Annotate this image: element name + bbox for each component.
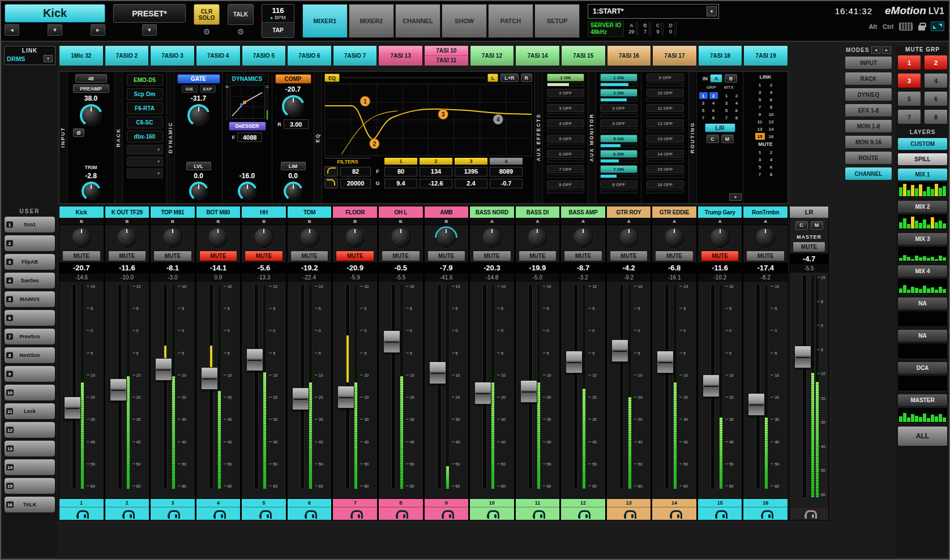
pan-knob[interactable] [711,228,730,247]
grp-assign-6[interactable]: 6 [709,107,718,114]
user-key-12[interactable]: 12 [4,421,55,438]
pan-knob[interactable] [72,228,91,247]
mute-group-2[interactable]: 2 [924,55,948,70]
lr-assign-button[interactable]: L/R [705,123,735,132]
user-key-11[interactable]: 11Lock [4,403,55,420]
link-ch-8[interactable]: 8 [767,104,776,110]
pan-knob[interactable] [574,228,593,247]
headphone-cue-button[interactable] [379,507,423,520]
aux-send-level[interactable] [600,98,637,102]
aux-send-level[interactable] [600,113,637,117]
user-key-6[interactable]: 6 [4,309,55,326]
eq-band-gain-value[interactable]: 2.4 [455,179,487,188]
fader-track[interactable] [756,284,760,489]
comp-threshold-knob[interactable] [282,95,305,118]
link-ch-6[interactable]: 6 [767,96,776,103]
mute-button[interactable]: MUTE [153,251,192,261]
channel-name[interactable]: FLOOR [333,206,377,218]
mtx-assign-8[interactable]: 8 [733,114,741,121]
aux-send-level[interactable] [600,83,637,87]
channel-name[interactable]: BASS NORD [470,206,514,218]
gate-ge-button[interactable]: G/E [182,85,198,93]
mute-button[interactable]: MUTE [473,251,511,261]
link-mute-6[interactable]: 6 [767,163,776,170]
fader-handle[interactable] [429,361,446,384]
rack-slot-empty[interactable]: ▼ [127,145,163,154]
eq-band-gain-value[interactable]: 9.4 [384,179,417,188]
link-ch-5[interactable]: 5 [755,96,765,103]
mtx-assign-5[interactable]: 5 [722,107,731,114]
link-group-value[interactable]: DRMS [7,55,25,62]
grp-assign-7[interactable]: 7 [699,114,708,121]
channel-layer-badge[interactable]: A [470,218,514,225]
mute-button[interactable]: MUTE [564,251,602,261]
mode-route[interactable]: ROUTE [845,151,892,165]
user-key-5[interactable]: 5MAINVX [4,291,55,308]
aux-send-level[interactable] [600,159,637,163]
rack-slot[interactable]: C6-SC [127,117,163,128]
pan-knob[interactable] [756,228,775,247]
aux-send-toggle[interactable]: 9 OFF [647,74,684,81]
layer-spill[interactable]: SPILL [897,153,948,166]
mode-efx-1-8[interactable]: EFX 1-8 [845,104,892,117]
talkback-button[interactable]: TALK [228,4,254,25]
aux-send-toggle[interactable]: 6 OFF [547,150,584,158]
input-source-tab[interactable]: 7ASIO 7 [333,45,378,66]
fader-track[interactable] [72,284,76,489]
mute-button[interactable]: MUTE [701,251,739,261]
session-dropdown-icon[interactable]: ▼ [707,6,717,16]
aux-send-toggle[interactable]: 1 ON [600,74,637,81]
layer-mix-1[interactable]: MIX 1 [897,168,948,181]
fader-track[interactable] [802,275,807,498]
channel-name[interactable]: HH [242,206,286,218]
fader-handle[interactable] [292,387,309,410]
fader-handle[interactable] [64,397,81,419]
mute-button[interactable]: MUTE [382,251,420,261]
mode-dyn-eq[interactable]: DYN/EQ [845,88,892,101]
link-mute-1[interactable]: 1 [755,149,765,156]
talk-settings-gear-icon[interactable]: ⚙ [228,27,254,37]
headphone-cue-button[interactable] [743,507,788,520]
headphone-cue-button[interactable] [105,507,149,520]
user-key-16[interactable]: 16TALK [4,496,55,513]
aux-send-level[interactable] [647,159,684,163]
headphone-cue-button[interactable] [425,507,469,520]
mtx-assign-7[interactable]: 7 [722,114,731,121]
leveler-button[interactable]: LVL [186,162,211,170]
pan-knob[interactable] [300,228,319,247]
ctrl-key-indicator[interactable]: Ctrl [883,23,893,30]
channel-layer-badge[interactable]: B [105,218,149,225]
mute-group-8[interactable]: 8 [924,109,948,124]
aux-send-toggle[interactable]: 7 ON [600,165,637,173]
fader-track[interactable] [391,284,396,489]
master-mute-button[interactable]: MUTE [793,242,825,252]
user-key-1[interactable]: 1Scn1 [4,216,55,233]
input-source-tab[interactable]: 7ASI 107ASI 11 [424,45,469,66]
prev-channel-button[interactable]: ◄ [5,24,19,36]
deesser-freq-value[interactable]: 4088 [237,132,262,142]
layer-mix-4[interactable]: MIX 4 [897,265,948,278]
gate-button[interactable]: GATE [177,74,220,84]
fader-handle[interactable] [611,339,628,362]
channel-name[interactable]: K OUT TF29 [105,206,149,218]
mute-button[interactable]: MUTE [290,251,329,261]
rack-slot-empty[interactable]: ▼ [127,169,163,178]
aux-send-toggle[interactable]: 4 OFF [547,119,584,127]
pan-knob[interactable] [117,228,136,247]
mute-group-7[interactable]: 7 [897,109,921,124]
preamp-button[interactable]: PREAMP [73,84,109,93]
channel-name[interactable]: OH L [379,206,423,218]
fader-track[interactable] [574,284,578,489]
aux-send-toggle[interactable]: 8 OFF [600,180,637,188]
user-key-13[interactable]: 13 [4,440,55,457]
eq-curve-graph[interactable]: 1 2 3 4 [324,84,532,156]
selected-channel-name[interactable]: Kick [5,4,105,23]
aux-send-level[interactable] [647,174,684,178]
channel-layer-badge[interactable]: B [333,218,377,225]
input-source-tab[interactable]: 7ASI 13 [378,45,423,66]
link-mute-5[interactable]: 5 [755,163,765,170]
tab-patch[interactable]: PATCH [488,4,533,38]
pan-knob[interactable] [619,228,639,247]
input-source-tab[interactable]: 7ASI 15 [561,45,606,66]
mute-button[interactable]: MUTE [427,251,466,261]
